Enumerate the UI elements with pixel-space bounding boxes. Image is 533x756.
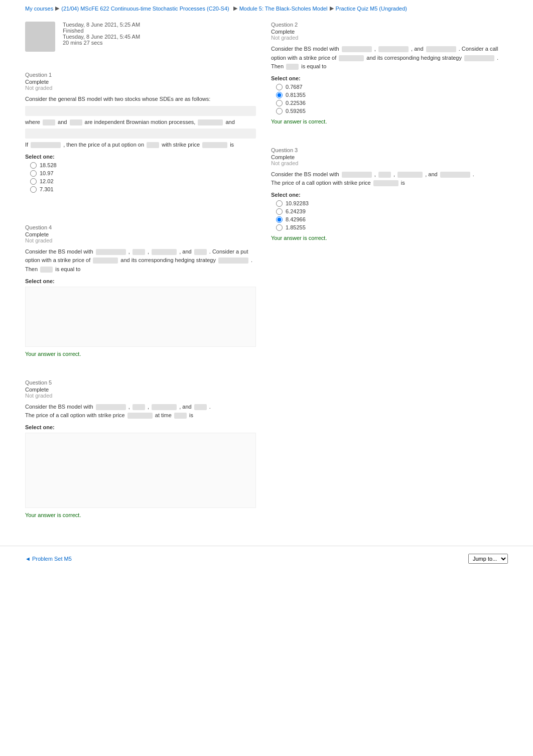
q2-option-2[interactable]: 0.81355 <box>276 92 508 98</box>
q1-radio-2[interactable] <box>30 170 37 177</box>
question-3-correct: Your answer is correct. <box>271 235 508 241</box>
question-5-status: Complete <box>25 387 256 393</box>
question-3-select-label: Select one: <box>271 192 508 198</box>
q2-option-4[interactable]: 0.59265 <box>276 108 508 114</box>
q3-option-1[interactable]: 10.92283 <box>276 200 508 207</box>
breadcrumb: My courses ▶ (21/04) MScFE 622 Continuou… <box>0 0 533 17</box>
question-2-correct: Your answer is correct. <box>271 118 508 124</box>
q5-formula-4 <box>194 404 207 410</box>
question-1-body: Consider the general BS model with two s… <box>25 95 256 150</box>
question-5-header: Question 5 <box>25 380 256 386</box>
q2-formula-6 <box>286 64 299 70</box>
q3-radio-3[interactable] <box>276 216 283 223</box>
q5-options-image-area <box>25 433 256 508</box>
q2-option-3[interactable]: 0.22536 <box>276 100 508 106</box>
q1-formula-stock <box>147 142 159 148</box>
q1-option-3[interactable]: 12.02 <box>30 178 256 185</box>
q4-formula-2 <box>132 249 145 255</box>
q2-formula-1 <box>342 46 372 52</box>
question-1-options: 18.528 10.97 12.02 7.301 <box>25 162 256 193</box>
question-2-select-label: Select one: <box>271 75 508 81</box>
q1-radio-3[interactable] <box>30 178 37 185</box>
question-3-block: Question 3 Complete Not graded Consider … <box>271 142 508 246</box>
question-3-header: Question 3 <box>271 147 508 153</box>
question-1-block: Question 1 Complete Not graded Consider … <box>25 67 256 199</box>
q2-radio-4[interactable] <box>276 108 283 114</box>
q3-formula-3 <box>397 172 423 178</box>
bottom-nav: ◄ Problem Set M5 Jump to... <box>0 546 533 571</box>
question-2-status: Complete <box>271 29 508 35</box>
q4-formula-3 <box>152 249 177 255</box>
q3-radio-1[interactable] <box>276 200 283 207</box>
q2-radio-2[interactable] <box>276 92 283 98</box>
q4-formula-5 <box>93 258 118 264</box>
q3-option-4[interactable]: 1.85255 <box>276 224 508 231</box>
question-4-status: Complete <box>25 231 256 237</box>
q1-option-4[interactable]: 7.301 <box>30 186 256 193</box>
question-4-select-label: Select one: <box>25 278 256 284</box>
question-4-correct: Your answer is correct. <box>25 351 256 357</box>
q1-option-2[interactable]: 10.97 <box>30 170 256 177</box>
q1-formula-w1 <box>43 119 55 125</box>
question-2-header: Question 2 <box>271 22 508 28</box>
q1-body-where: where and are independent Brownian motio… <box>25 119 235 125</box>
q3-option-3[interactable]: 8.42966 <box>276 216 508 223</box>
q2-formula-5 <box>464 55 494 61</box>
q1-formula-condition <box>31 142 61 148</box>
prev-link[interactable]: ◄ Problem Set M5 <box>25 556 72 562</box>
jump-to-select[interactable]: Jump to... <box>468 554 508 564</box>
attempt-time: 20 mins 27 secs <box>63 40 140 46</box>
right-column: Question 2 Complete Not graded Consider … <box>271 17 508 536</box>
q1-formula-w2 <box>70 119 82 125</box>
nav-course[interactable]: (21/04) MScFE 622 Continuous-time Stocha… <box>61 6 229 12</box>
q5-formula-1 <box>96 404 126 410</box>
nav-quiz[interactable]: Practice Quiz M5 (Ungraded) <box>336 6 407 12</box>
q3-option-2[interactable]: 6.24239 <box>276 208 508 215</box>
question-2-body: Consider the BS model with , , and . Con… <box>271 45 508 71</box>
q3-radio-2[interactable] <box>276 208 283 215</box>
question-4-grade: Not graded <box>25 237 256 243</box>
q2-option-1[interactable]: 0.7687 <box>276 84 508 90</box>
question-3-grade: Not graded <box>271 160 508 166</box>
q5-formula-3 <box>152 404 177 410</box>
q2-radio-1[interactable] <box>276 84 283 90</box>
question-1-select-label: Select one: <box>25 154 256 160</box>
nav-arrow3: ▶ <box>330 5 334 12</box>
q3-radio-4[interactable] <box>276 224 283 231</box>
q1-formula-cont <box>198 119 223 125</box>
q4-options-image-area <box>25 287 256 347</box>
nav-my-courses[interactable]: My courses <box>25 6 53 12</box>
nav-module[interactable]: Module 5: The Black-Scholes Model <box>239 6 328 12</box>
q5-formula-2 <box>132 404 145 410</box>
question-4-block: Question 4 Complete Not graded Consider … <box>25 219 256 362</box>
q1-radio-4[interactable] <box>30 186 37 193</box>
q1-radio-1[interactable] <box>30 162 37 169</box>
question-4-body: Consider the BS model with , , , and . C… <box>25 247 256 274</box>
q4-formula-6 <box>218 258 248 264</box>
question-4-header: Question 4 <box>25 224 256 230</box>
question-2-grade: Not graded <box>271 35 508 41</box>
question-3-status: Complete <box>271 154 508 160</box>
q4-formula-7 <box>40 267 53 273</box>
q2-formula-3 <box>426 46 456 52</box>
q3-formula-5 <box>373 180 398 186</box>
question-5-block: Question 5 Complete Not graded Consider … <box>25 374 256 523</box>
q2-radio-3[interactable] <box>276 100 283 106</box>
q2-formula-4 <box>339 55 364 61</box>
q4-formula-4 <box>194 249 207 255</box>
q1-option-1[interactable]: 18.528 <box>30 162 256 169</box>
question-2-options: 0.7687 0.81355 0.22536 0.59265 <box>271 84 508 114</box>
attempt-date: Tuesday, 8 June 2021, 5:25 AM <box>63 22 140 28</box>
nav-arrow2: ▶ <box>233 5 237 12</box>
attempt-state: Finished <box>63 28 140 34</box>
q1-formula-sde <box>25 106 256 116</box>
question-5-body: Consider the BS model with , , , and . T… <box>25 403 256 420</box>
attempt-finished: Tuesday, 8 June 2021, 5:45 AM <box>63 34 140 40</box>
left-column: Tuesday, 8 June 2021, 5:25 AM Finished T… <box>25 17 256 536</box>
attempt-details: Tuesday, 8 June 2021, 5:25 AM Finished T… <box>63 22 140 46</box>
question-1-status: Complete <box>25 79 256 85</box>
q3-formula-2 <box>378 172 391 178</box>
q1-body-if: If , then the price of a put option on w… <box>25 142 234 148</box>
question-3-body: Consider the BS model with , , , and . T… <box>271 170 508 188</box>
question-5-correct: Your answer is correct. <box>25 512 256 518</box>
